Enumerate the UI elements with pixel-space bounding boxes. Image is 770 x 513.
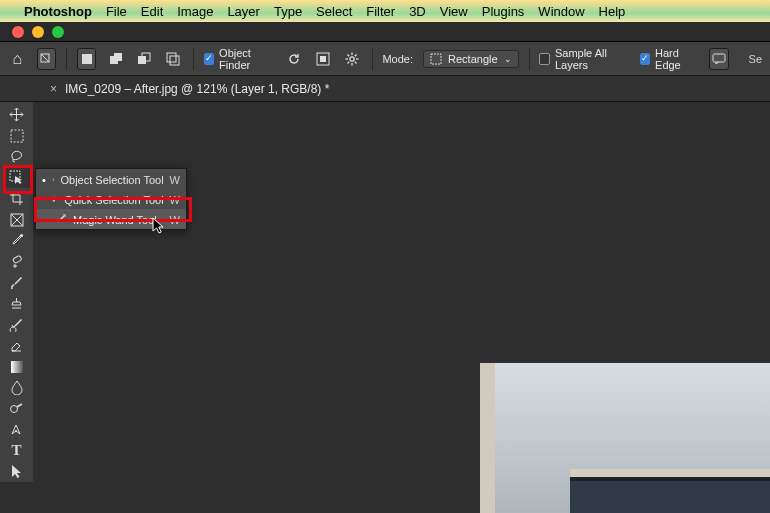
mode-value: Rectangle xyxy=(448,53,498,65)
svg-point-10 xyxy=(350,56,354,60)
svg-point-34 xyxy=(15,430,17,432)
healing-brush-tool[interactable] xyxy=(3,251,30,272)
svg-rect-31 xyxy=(11,361,23,373)
menu-file[interactable]: File xyxy=(106,4,127,19)
menu-help[interactable]: Help xyxy=(599,4,626,19)
divider xyxy=(193,48,194,70)
tool-preset-dropdown[interactable] xyxy=(37,48,56,70)
home-button[interactable]: ⌂ xyxy=(8,48,27,70)
document-tab[interactable]: × IMG_0209 – After.jpg @ 121% (Layer 1, … xyxy=(42,76,337,101)
close-window-button[interactable] xyxy=(12,26,24,38)
eraser-tool[interactable] xyxy=(3,335,30,356)
menu-type[interactable]: Type xyxy=(274,4,302,19)
history-brush-tool[interactable] xyxy=(3,314,30,335)
mode-dropdown[interactable]: Rectangle ⌄ xyxy=(423,50,519,68)
svg-line-15 xyxy=(348,54,350,56)
canvas-area[interactable] xyxy=(33,102,770,513)
zoom-window-button[interactable] xyxy=(52,26,64,38)
svg-point-26 xyxy=(20,234,23,237)
svg-rect-21 xyxy=(11,130,23,142)
tools-panel: T xyxy=(0,102,33,482)
mode-label: Mode: xyxy=(382,53,413,65)
checkbox-icon xyxy=(204,53,214,65)
object-finder-checkbox[interactable]: Object Finder xyxy=(204,47,275,71)
app-name[interactable]: Photoshop xyxy=(24,4,92,19)
svg-line-17 xyxy=(355,54,357,56)
blur-tool[interactable] xyxy=(3,377,30,398)
checkbox-icon xyxy=(640,53,650,65)
move-tool[interactable] xyxy=(3,104,30,125)
document-tab-title: IMG_0209 – After.jpg @ 121% (Layer 1, RG… xyxy=(65,82,329,96)
document-content xyxy=(480,363,770,513)
annotation-highlight xyxy=(3,165,33,194)
checkbox-icon xyxy=(539,53,549,65)
svg-rect-1 xyxy=(82,54,92,64)
sample-all-layers-checkbox[interactable]: Sample All Layers xyxy=(539,47,629,71)
active-indicator: • xyxy=(42,174,46,186)
overlay-options-button[interactable] xyxy=(314,48,333,70)
flyout-object-selection[interactable]: • Object Selection Tool W xyxy=(36,169,186,189)
svg-rect-27 xyxy=(13,255,22,263)
mouse-cursor-icon xyxy=(152,217,166,235)
gradient-tool[interactable] xyxy=(3,356,30,377)
path-selection-tool[interactable] xyxy=(3,461,30,482)
svg-rect-9 xyxy=(320,56,326,62)
flyout-label: Object Selection Tool xyxy=(60,174,163,186)
divider xyxy=(529,48,530,70)
type-tool[interactable]: T xyxy=(3,440,30,461)
menu-view[interactable]: View xyxy=(440,4,468,19)
svg-rect-19 xyxy=(431,54,441,64)
menu-edit[interactable]: Edit xyxy=(141,4,163,19)
window-chrome xyxy=(0,22,770,42)
svg-rect-3 xyxy=(114,53,122,61)
hard-edge-checkbox[interactable]: Hard Edge xyxy=(640,47,700,71)
annotation-highlight xyxy=(34,197,192,222)
menu-plugins[interactable]: Plugins xyxy=(482,4,525,19)
settings-gear-icon[interactable] xyxy=(343,48,362,70)
brush-tool[interactable] xyxy=(3,272,30,293)
menu-3d[interactable]: 3D xyxy=(409,4,426,19)
eyedropper-tool[interactable] xyxy=(3,230,30,251)
svg-line-16 xyxy=(355,61,357,63)
menu-layer[interactable]: Layer xyxy=(227,4,260,19)
flyout-shortcut: W xyxy=(170,174,180,186)
lasso-tool[interactable] xyxy=(3,146,30,167)
svg-rect-20 xyxy=(713,54,725,62)
new-selection-button[interactable] xyxy=(77,48,96,70)
close-tab-button[interactable]: × xyxy=(50,82,57,96)
photo-shelf xyxy=(570,469,770,477)
svg-point-32 xyxy=(11,406,18,413)
intersect-selection-button[interactable] xyxy=(164,48,183,70)
svg-rect-7 xyxy=(170,56,179,65)
subtract-from-selection-button[interactable] xyxy=(135,48,154,70)
frame-tool[interactable] xyxy=(3,209,30,230)
marquee-tool[interactable] xyxy=(3,125,30,146)
dodge-tool[interactable] xyxy=(3,398,30,419)
photo-tv xyxy=(570,477,770,513)
divider xyxy=(372,48,373,70)
minimize-window-button[interactable] xyxy=(32,26,44,38)
rectangle-marquee-icon xyxy=(430,53,442,65)
svg-rect-6 xyxy=(167,53,176,62)
menu-image[interactable]: Image xyxy=(177,4,213,19)
object-finder-label: Object Finder xyxy=(219,47,275,71)
svg-line-33 xyxy=(17,404,22,407)
menu-select[interactable]: Select xyxy=(316,4,352,19)
refresh-button[interactable] xyxy=(285,48,304,70)
divider xyxy=(66,48,67,70)
feedback-button[interactable] xyxy=(709,48,728,70)
add-to-selection-button[interactable] xyxy=(106,48,125,70)
hard-edge-label: Hard Edge xyxy=(655,47,699,71)
sample-all-layers-label: Sample All Layers xyxy=(555,47,630,71)
object-selection-icon xyxy=(52,173,55,186)
mac-menubar[interactable]: Photoshop File Edit Image Layer Type Sel… xyxy=(0,0,770,22)
chevron-down-icon: ⌄ xyxy=(504,54,512,64)
pen-tool[interactable] xyxy=(3,419,30,440)
menu-filter[interactable]: Filter xyxy=(366,4,395,19)
options-bar: ⌂ Object Finder Mode: Rectangle ⌄ Sample… xyxy=(0,42,770,76)
select-subject-truncated[interactable]: Se xyxy=(749,53,762,65)
document-tab-bar: × IMG_0209 – After.jpg @ 121% (Layer 1, … xyxy=(0,76,770,102)
svg-line-18 xyxy=(348,61,350,63)
clone-stamp-tool[interactable] xyxy=(3,293,30,314)
menu-window[interactable]: Window xyxy=(538,4,584,19)
